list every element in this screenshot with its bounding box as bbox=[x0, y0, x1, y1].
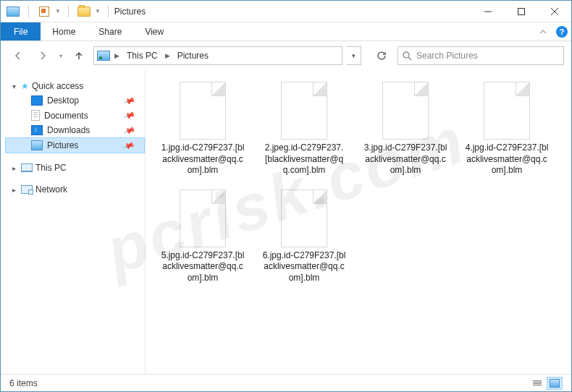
file-icon bbox=[281, 189, 327, 247]
file-item[interactable]: 1.jpg.id-C279F237.[blacklivesmatter@qq.c… bbox=[160, 82, 245, 176]
file-icon bbox=[281, 82, 327, 140]
network-label: Network bbox=[35, 184, 67, 195]
search-input[interactable] bbox=[416, 51, 559, 61]
item-count: 6 items bbox=[9, 378, 38, 388]
app-icon[interactable] bbox=[5, 4, 21, 20]
back-button[interactable] bbox=[8, 46, 28, 66]
recent-dropdown-icon[interactable]: ▾ bbox=[57, 53, 64, 59]
file-name: 3.jpg.id-C279F237.[blacklivesmatter@qq.c… bbox=[363, 142, 448, 176]
sidebar-quick-access[interactable]: ▾ ★ Quick access bbox=[5, 79, 145, 93]
pc-icon bbox=[21, 163, 33, 172]
sidebar-item-documents[interactable]: Documents 📌 bbox=[5, 108, 145, 123]
refresh-button[interactable] bbox=[370, 46, 393, 65]
star-icon: ★ bbox=[21, 81, 29, 91]
close-button[interactable] bbox=[538, 1, 571, 22]
file-item[interactable]: 3.jpg.id-C279F237.[blacklivesmatter@qq.c… bbox=[363, 82, 448, 176]
thumbnails-view-button[interactable] bbox=[547, 377, 563, 390]
file-tab[interactable]: File bbox=[1, 22, 41, 41]
file-name: 5.jpg.id-C279F237.[blacklivesmatter@qq.c… bbox=[160, 250, 245, 284]
ribbon: File Home Share View ? bbox=[1, 22, 571, 41]
file-name: 4.jpg.id-C279F237.[blacklivesmatter@qq.c… bbox=[464, 142, 550, 176]
sidebar-item-downloads[interactable]: Downloads 📌 bbox=[5, 123, 145, 137]
file-item[interactable]: 5.jpg.id-C279F237.[blacklivesmatter@qq.c… bbox=[160, 189, 245, 284]
quick-access-toolbar: ▼ ▼ bbox=[5, 4, 113, 20]
pin-icon: 📌 bbox=[123, 109, 136, 122]
sidebar-item-desktop[interactable]: Desktop 📌 bbox=[5, 93, 145, 108]
tab-share[interactable]: Share bbox=[87, 22, 133, 41]
chevron-right-icon[interactable]: ▶ bbox=[113, 52, 121, 59]
tab-home[interactable]: Home bbox=[41, 22, 87, 41]
this-pc-label: This PC bbox=[35, 163, 67, 173]
titlebar: ▼ ▼ Pictures bbox=[1, 1, 571, 22]
file-item[interactable]: 4.jpg.id-C279F237.[blacklivesmatter@qq.c… bbox=[464, 82, 550, 176]
file-name: 2.jpeg.id-C279F237.[blacklivesmatter@qq.… bbox=[261, 142, 347, 176]
tab-view[interactable]: View bbox=[133, 22, 175, 41]
minimize-button[interactable] bbox=[471, 1, 505, 22]
file-item[interactable]: 2.jpeg.id-C279F237.[blacklivesmatter@qq.… bbox=[261, 82, 347, 176]
file-name: 1.jpg.id-C279F237.[blacklivesmatter@qq.c… bbox=[160, 142, 245, 176]
file-list[interactable]: 1.jpg.id-C279F237.[blacklivesmatter@qq.c… bbox=[146, 70, 571, 374]
address-row: ▾ ▶ This PC ▶ Pictures ▾ bbox=[1, 41, 571, 70]
qat-dropdown-icon[interactable]: ▼ bbox=[55, 8, 61, 14]
chevron-right-icon[interactable]: ▸ bbox=[9, 186, 18, 194]
window-title: Pictures bbox=[114, 7, 146, 17]
svg-rect-1 bbox=[518, 8, 525, 14]
svg-line-5 bbox=[408, 57, 411, 60]
details-view-button[interactable] bbox=[529, 377, 545, 390]
pin-icon: 📌 bbox=[122, 139, 135, 152]
file-icon bbox=[484, 82, 530, 140]
chevron-right-icon[interactable]: ▶ bbox=[164, 52, 172, 59]
breadcrumb-current[interactable]: Pictures bbox=[174, 51, 211, 61]
search-icon bbox=[403, 51, 412, 61]
sidebar-network[interactable]: ▸ Network bbox=[5, 182, 145, 197]
sidebar-item-label: Downloads bbox=[47, 125, 90, 135]
downloads-icon bbox=[31, 125, 43, 135]
search-box[interactable] bbox=[398, 46, 564, 65]
sidebar-item-label: Documents bbox=[44, 111, 88, 121]
chevron-down-icon[interactable]: ▾ bbox=[9, 82, 18, 90]
sidebar-item-label: Pictures bbox=[47, 140, 78, 150]
sidebar-item-pictures[interactable]: Pictures 📌 bbox=[5, 137, 145, 153]
maximize-button[interactable] bbox=[505, 1, 538, 22]
sidebar-this-pc[interactable]: ▸ This PC bbox=[5, 161, 145, 175]
help-button[interactable]: ? bbox=[552, 22, 571, 41]
file-name: 6.jpg.id-C279F237.[blacklivesmatter@qq.c… bbox=[261, 250, 347, 284]
documents-icon bbox=[31, 110, 40, 121]
up-button[interactable] bbox=[69, 46, 89, 66]
quick-access-label: Quick access bbox=[32, 81, 83, 91]
chevron-right-icon[interactable]: ▸ bbox=[9, 164, 18, 172]
qat-dropdown2-icon[interactable]: ▼ bbox=[95, 8, 101, 14]
file-icon bbox=[382, 82, 429, 140]
pin-icon: 📌 bbox=[123, 94, 136, 107]
forward-button[interactable] bbox=[33, 46, 53, 66]
desktop-icon bbox=[31, 95, 43, 106]
status-bar: 6 items bbox=[1, 374, 571, 391]
properties-icon[interactable] bbox=[36, 4, 52, 20]
svg-point-4 bbox=[403, 52, 409, 58]
file-item[interactable]: 6.jpg.id-C279F237.[blacklivesmatter@qq.c… bbox=[261, 189, 347, 284]
file-icon bbox=[180, 189, 226, 247]
file-icon bbox=[180, 82, 226, 140]
navigation-pane: ▾ ★ Quick access Desktop 📌 Documents 📌 D… bbox=[1, 70, 146, 374]
breadcrumb-root[interactable]: This PC bbox=[124, 51, 161, 61]
address-dropdown-icon[interactable]: ▾ bbox=[347, 46, 361, 65]
minimize-ribbon-icon[interactable] bbox=[534, 22, 552, 41]
pictures-icon bbox=[31, 140, 43, 150]
address-bar[interactable]: ▶ This PC ▶ Pictures bbox=[93, 46, 342, 65]
folder-icon bbox=[76, 4, 92, 20]
network-icon bbox=[21, 185, 33, 194]
sidebar-item-label: Desktop bbox=[47, 95, 79, 106]
location-icon bbox=[97, 51, 110, 61]
pin-icon: 📌 bbox=[123, 124, 136, 137]
